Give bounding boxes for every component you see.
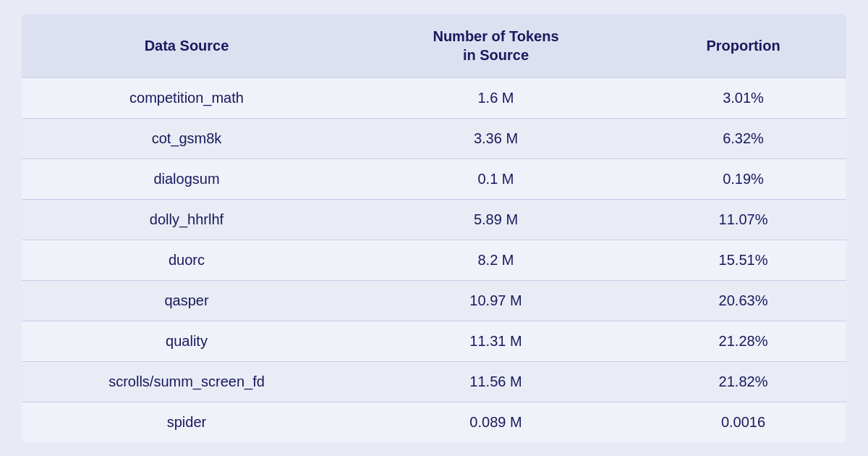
cell-proportion: 6.32% <box>640 119 846 159</box>
table-header-row: Data Source Number of Tokensin Source Pr… <box>22 14 846 78</box>
table-row: cot_gsm8k3.36 M6.32% <box>22 119 846 159</box>
table-row: dolly_hhrlhf5.89 M11.07% <box>22 200 846 240</box>
col-header-source: Data Source <box>22 14 352 78</box>
cell-source: cot_gsm8k <box>22 119 352 159</box>
table-row: dialogsum0.1 M0.19% <box>22 159 846 200</box>
cell-proportion: 20.63% <box>640 281 846 321</box>
table-row: competition_math1.6 M3.01% <box>22 78 846 119</box>
cell-proportion: 0.19% <box>640 159 846 200</box>
cell-source: quality <box>22 321 352 362</box>
cell-proportion: 3.01% <box>640 78 846 119</box>
cell-tokens: 0.089 M <box>352 402 640 443</box>
cell-tokens: 3.36 M <box>352 119 640 159</box>
cell-tokens: 0.1 M <box>352 159 640 200</box>
table-row: duorc8.2 M15.51% <box>22 240 846 281</box>
col-header-proportion: Proportion <box>640 14 846 78</box>
cell-tokens: 5.89 M <box>352 200 640 240</box>
cell-proportion: 15.51% <box>640 240 846 281</box>
cell-tokens: 8.2 M <box>352 240 640 281</box>
cell-source: duorc <box>22 240 352 281</box>
cell-proportion: 0.0016 <box>640 402 846 443</box>
cell-source: qasper <box>22 281 352 321</box>
data-table: Data Source Number of Tokensin Source Pr… <box>22 14 846 442</box>
cell-source: competition_math <box>22 78 352 119</box>
cell-tokens: 1.6 M <box>352 78 640 119</box>
table-row: quality11.31 M21.28% <box>22 321 846 362</box>
col-header-tokens: Number of Tokensin Source <box>352 14 640 78</box>
cell-source: dialogsum <box>22 159 352 200</box>
cell-proportion: 11.07% <box>640 200 846 240</box>
cell-tokens: 10.97 M <box>352 281 640 321</box>
cell-proportion: 21.28% <box>640 321 846 362</box>
table-row: spider0.089 M0.0016 <box>22 402 846 443</box>
table-row: qasper10.97 M20.63% <box>22 281 846 321</box>
cell-source: scrolls/summ_screen_fd <box>22 362 352 402</box>
table-row: scrolls/summ_screen_fd11.56 M21.82% <box>22 362 846 402</box>
cell-tokens: 11.56 M <box>352 362 640 402</box>
cell-tokens: 11.31 M <box>352 321 640 362</box>
cell-proportion: 21.82% <box>640 362 846 402</box>
cell-source: spider <box>22 402 352 443</box>
cell-source: dolly_hhrlhf <box>22 200 352 240</box>
